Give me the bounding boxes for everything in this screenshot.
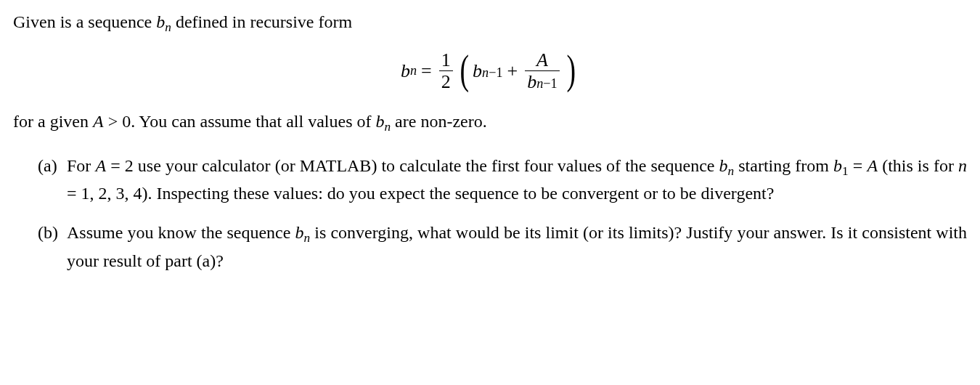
intro-line: Given is a sequence bn defined in recurs… (13, 9, 967, 37)
eq-equals: = (421, 57, 432, 85)
intro-seq-sub: n (165, 20, 171, 34)
b-bn-sub: n (304, 231, 311, 245)
a-eqA: = (849, 156, 867, 175)
a-t3: starting from (734, 156, 833, 175)
cond-mid: . You can assume that all values of (131, 112, 375, 131)
eq-lhs-var: b (401, 57, 410, 85)
item-b-label: (b) (38, 219, 67, 274)
a-bn-var: b (719, 156, 728, 175)
eq-frac2-den: bn−1 (525, 72, 559, 92)
question-list: (a) For A = 2 use your calculator (or MA… (13, 153, 967, 275)
a-A2: A (867, 156, 878, 175)
eq-lhs-sub: n (410, 61, 417, 81)
a-bn-sub: n (728, 163, 735, 177)
a-t1: For (67, 156, 95, 175)
cond-A: A (93, 112, 104, 131)
a-t4: (this is for (878, 156, 958, 175)
a-b1-sub: 1 (842, 163, 849, 177)
cond-var: b (375, 112, 384, 131)
equation-block: bn = 1 2 ( bn−1 + A bn−1 ) (13, 50, 967, 92)
eq-term1: bn−1 (473, 57, 502, 85)
a-eq2: = 2 (106, 156, 134, 175)
a-t2: use your calculator (or MATLAB) to calcu… (134, 156, 719, 175)
cond-post: are non-zero. (391, 112, 487, 131)
cond-pre: for a given (13, 112, 93, 131)
cond-gt: > 0 (104, 112, 131, 131)
eq-lparen: ( (460, 49, 469, 91)
a-A: A (95, 156, 106, 175)
eq-half-den: 2 (439, 72, 453, 92)
eq-term1-var: b (473, 60, 482, 81)
eq-plus: + (507, 57, 518, 85)
eq-half: 1 2 (439, 50, 453, 92)
eq-frac2: A bn−1 (525, 50, 559, 92)
intro-text-pre: Given is a sequence (13, 12, 156, 31)
a-n: n (958, 156, 967, 175)
b-bn-var: b (295, 223, 304, 242)
item-a-label: (a) (38, 153, 67, 207)
recursive-equation: bn = 1 2 ( bn−1 + A bn−1 ) (401, 50, 579, 92)
item-b: (b) Assume you know the sequence bn is c… (38, 219, 967, 274)
eq-rparen: ) (566, 49, 576, 91)
a-b1-var: b (833, 156, 842, 175)
eq-half-num: 1 (439, 50, 453, 70)
page: Given is a sequence bn defined in recurs… (0, 0, 980, 274)
intro-seq-var: b (156, 12, 165, 31)
a-t5: = 1, 2, 3, 4). Inspecting these values: … (67, 184, 774, 203)
item-b-body: Assume you know the sequence bn is conve… (67, 219, 967, 274)
eq-frac2-num: A (534, 50, 550, 70)
condition-line: for a given A > 0. You can assume that a… (13, 108, 967, 137)
eq-term1-sub: n−1 (482, 65, 502, 80)
item-a-body: For A = 2 use your calculator (or MATLAB… (67, 153, 967, 207)
intro-text-post: defined in recursive form (171, 12, 352, 31)
cond-sub: n (384, 120, 391, 134)
item-a: (a) For A = 2 use your calculator (or MA… (38, 153, 967, 207)
b-t1: Assume you know the sequence (67, 223, 295, 242)
